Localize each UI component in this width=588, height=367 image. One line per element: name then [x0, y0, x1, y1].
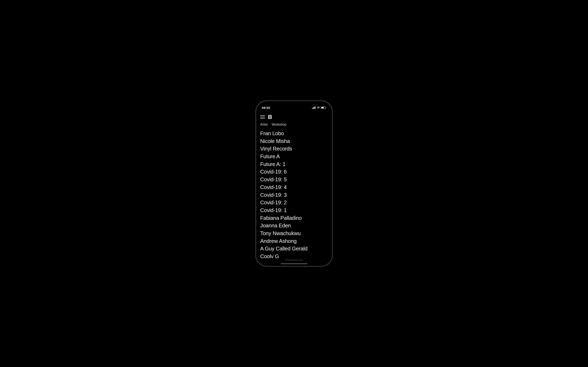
hamburger-line-2: [260, 117, 265, 117]
phone-screen: 08:55: [256, 101, 332, 266]
hamburger-line-1: [260, 115, 265, 116]
list-item[interactable]: Future A: 1: [260, 160, 328, 168]
list-item[interactable]: Future A: [260, 153, 328, 160]
app-footer: © beatroutes.co.uk: [256, 258, 332, 262]
tab-artist[interactable]: Artist: [260, 123, 268, 126]
tab-workshop[interactable]: Workshop: [272, 123, 286, 126]
list-item[interactable]: Covid-19: 2: [260, 199, 328, 207]
phone-frame: 08:55: [256, 101, 332, 266]
list-item[interactable]: Fran Lobo: [260, 130, 328, 137]
list-item[interactable]: Covid-19: 3: [260, 191, 328, 199]
list-item[interactable]: Andrew Ashong: [260, 237, 328, 245]
status-icons: [312, 106, 326, 109]
list-item[interactable]: Tony Nwachukwu: [260, 230, 328, 237]
list-item[interactable]: Covid-19: 5: [260, 176, 328, 184]
list-item[interactable]: Vinyl Records: [260, 145, 328, 153]
list-item[interactable]: Joanna Eden: [260, 222, 328, 230]
list-item[interactable]: Nicole Misha: [260, 137, 328, 145]
list-item[interactable]: Fabiana Palladino: [260, 214, 328, 222]
dynamic-island: [282, 104, 306, 110]
battery-icon: [321, 107, 326, 109]
hamburger-line-3: [260, 118, 265, 119]
app-content: B Artist Workshop Fran LoboNicole MishaV…: [256, 111, 332, 266]
list-item[interactable]: A Guy Called Gerald: [260, 245, 328, 253]
artist-list[interactable]: Fran LoboNicole MishaVinyl RecordsFuture…: [256, 128, 332, 258]
nav-tabs: Artist Workshop: [256, 122, 332, 128]
app-header: B: [256, 111, 332, 122]
list-item[interactable]: Covid-19: 6: [260, 168, 328, 176]
menu-button[interactable]: [260, 115, 265, 119]
list-item[interactable]: Covid-19: 1: [260, 207, 328, 214]
list-item[interactable]: Covid-19: 4: [260, 184, 328, 191]
app-logo: B: [268, 114, 272, 120]
wifi-icon: [317, 106, 320, 109]
list-item[interactable]: Cooly G: [260, 253, 328, 258]
home-indicator: [256, 262, 332, 266]
signal-icon: [312, 106, 315, 109]
status-time: 08:55: [262, 106, 270, 109]
home-bar: [281, 263, 307, 264]
